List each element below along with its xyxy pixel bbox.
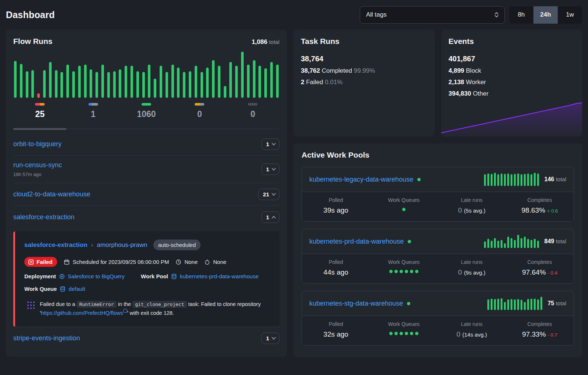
- work-pool-card-prd: kubernetes-prd-data-warehouse 849 total …: [302, 229, 574, 283]
- events-other-line: 394,830 Other: [449, 90, 575, 97]
- flow-link[interactable]: run-census-sync: [13, 161, 62, 169]
- work-pool-link[interactable]: kubernetes-legacy-data-warehouse: [309, 176, 413, 183]
- flow-runs-title: Flow Runs: [13, 37, 52, 46]
- work-pool-link[interactable]: kubernetes-stg-data-warehouse: [309, 300, 403, 307]
- work-pool-link[interactable]: kubernetes-prd-data-warehouse: [309, 238, 404, 245]
- pool-total: 849 total: [544, 238, 566, 245]
- repository-link[interactable]: https://github.com/PrefectHQ/flows: [41, 310, 123, 316]
- pool-runs-mini-chart[interactable]: [487, 297, 542, 310]
- task-runs-failed-line: 2 Failed 0.01%: [301, 79, 427, 86]
- pool-polled-stat: Polled32s ago: [302, 321, 370, 338]
- stat-completed[interactable]: 1060: [120, 103, 173, 119]
- flow-row-run-census-sync: run-census-sync 18h 57m ago 1: [13, 156, 279, 183]
- failed-x-icon: [28, 259, 34, 265]
- select-updown-icon: [494, 11, 499, 18]
- range-button-24h[interactable]: 24h: [533, 6, 558, 24]
- stat-pending[interactable]: 0: [173, 103, 226, 119]
- flow-count-toggle[interactable]: 1: [261, 333, 279, 344]
- work-queue-dots: [370, 270, 438, 273]
- running-indicator: [88, 103, 98, 106]
- failed-indicator: [35, 103, 45, 106]
- pool-polled-stat: Polled39s ago: [302, 197, 370, 214]
- completes-delta: - 0.7: [548, 332, 557, 338]
- chevron-down-icon: [272, 193, 276, 196]
- pool-completes-stat: Completes97.64%- 0.4: [506, 259, 574, 276]
- run-name-link[interactable]: amorphous-prawn: [97, 241, 147, 249]
- deployment-pin-icon: [59, 273, 65, 279]
- work-pool-card-legacy: kubernetes-legacy-data-warehouse 146 tot…: [302, 167, 574, 221]
- flow-link[interactable]: orbit-to-bigquery: [13, 140, 62, 148]
- start-time: None: [175, 259, 198, 265]
- flow-row-stripe-events-ingestion: stripe-events-ingestion 1: [13, 327, 279, 350]
- work-pools-title: Active Work Pools: [302, 151, 574, 159]
- flow-row-orbit-to-bigquery: orbit-to-bigquery 1: [13, 133, 279, 156]
- page-title: Dashboard: [6, 10, 55, 20]
- pool-runs-mini-chart[interactable]: [484, 173, 539, 186]
- deployment-label: Deployment: [24, 273, 56, 279]
- failed-accent-bar: [13, 231, 15, 327]
- pool-late-runs-stat: Late runs0 (5s avg.): [438, 197, 506, 214]
- error-message: Failed due to a RuntimeError in the git_…: [40, 300, 268, 318]
- run-flow-link[interactable]: salesforce-extraction: [24, 241, 87, 249]
- events-worker-line: 2,138 Worker: [449, 79, 575, 86]
- pool-runs-mini-chart[interactable]: [484, 235, 539, 248]
- stat-running[interactable]: 1: [66, 103, 119, 119]
- completes-delta: - 0.4: [548, 270, 557, 276]
- top-bar: Dashboard All tags 8h 24h 1w: [6, 0, 582, 30]
- flow-row-salesforce-extraction: salesforce-extraction 1: [13, 206, 279, 228]
- flow-runs-panel: Flow Runs 1,086 total 25 1 1060 0 0 orbi…: [6, 30, 287, 357]
- chevron-down-icon: [272, 143, 276, 145]
- task-runs-completed-line: 38,762 Completed 99.99%: [301, 67, 427, 75]
- calendar-icon: [64, 259, 70, 265]
- events-total: 401,867: [449, 55, 575, 63]
- pool-polled-stat: Polled44s ago: [302, 259, 370, 276]
- stat-scheduled[interactable]: 0: [226, 103, 279, 119]
- flow-count-toggle[interactable]: 21: [258, 189, 279, 200]
- error-message-row: Failed due to a RuntimeError in the git_…: [24, 300, 271, 318]
- work-queue-link[interactable]: default: [69, 286, 85, 292]
- deployment-link[interactable]: Salesforce to BigQuery: [68, 273, 125, 279]
- flow-count-toggle-expanded[interactable]: 1: [261, 211, 279, 223]
- pool-total: 75 total: [547, 300, 566, 307]
- flow-row-cloud2-to-data-warehouse: cloud2-to-data-warehouse 21: [13, 183, 279, 206]
- range-button-8h[interactable]: 8h: [509, 6, 533, 24]
- stat-failed[interactable]: 25: [13, 103, 66, 119]
- tag-filter-select[interactable]: All tags: [360, 6, 505, 24]
- flow-list: orbit-to-bigquery 1 run-census-sync 18h …: [13, 133, 279, 350]
- work-queue-dots: [370, 208, 438, 211]
- completed-indicator: [142, 103, 151, 106]
- flow-list-scrollbar[interactable]: [13, 128, 279, 130]
- work-pool-link[interactable]: kubernetes-prd-data-warehouse: [180, 273, 258, 279]
- flow-link[interactable]: salesforce-extraction: [13, 213, 74, 221]
- pool-queues-stat: Work Queues: [370, 197, 438, 214]
- pool-queues-stat: Work Queues: [370, 321, 438, 338]
- dashboard-page: Dashboard All tags 8h 24h 1w Flow Runs 1…: [0, 0, 588, 357]
- scrollbar-thumb[interactable]: [13, 128, 66, 130]
- work-pool-card-stg: kubernetes-stg-data-warehouse 75 total P…: [302, 291, 574, 345]
- flow-link[interactable]: cloud2-to-data-warehouse: [13, 190, 90, 198]
- flow-run-state-stats: 25 1 1060 0 0: [13, 103, 279, 119]
- failed-state-badge[interactable]: Failed: [24, 257, 57, 267]
- chevron-down-icon: [272, 337, 276, 340]
- external-link-icon: [123, 309, 127, 313]
- work-queue-label: Work Queue: [24, 286, 57, 292]
- task-runs-title: Task Runs: [301, 37, 427, 46]
- range-button-1w[interactable]: 1w: [558, 6, 582, 24]
- database-icon: [171, 273, 177, 279]
- stopwatch-icon: [204, 259, 210, 265]
- flow-link[interactable]: stripe-events-ingestion: [13, 334, 80, 342]
- flow-count-toggle[interactable]: 1: [261, 164, 279, 175]
- active-work-pools-panel: Active Work Pools kubernetes-legacy-data…: [293, 143, 582, 357]
- scheduled-time: Scheduled for 2023/09/25 06:00:00 PM: [64, 259, 169, 265]
- pool-queues-stat: Work Queues: [370, 259, 438, 276]
- database-icon: [60, 286, 66, 292]
- events-title: Events: [449, 37, 575, 46]
- pool-late-runs-stat: Late runs0 (9s avg.): [438, 259, 506, 276]
- flow-last-run-time: 18h 57m ago: [13, 172, 62, 177]
- auto-scheduled-chip: auto-scheduled: [153, 240, 201, 250]
- flow-runs-histogram[interactable]: [14, 52, 279, 98]
- header-controls: All tags 8h 24h 1w: [360, 6, 582, 24]
- error-exception-code: RuntimeError: [77, 301, 116, 308]
- pool-late-runs-stat: Late runs0 (14s avg.): [438, 321, 506, 338]
- flow-count-toggle[interactable]: 1: [261, 138, 279, 150]
